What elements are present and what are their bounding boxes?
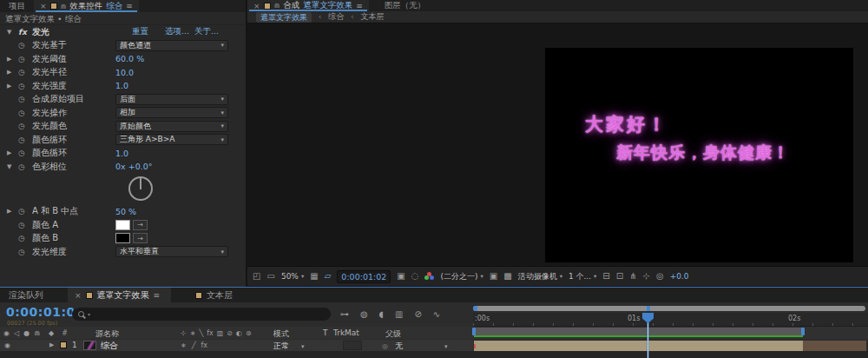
layer-label-chip[interactable] <box>60 341 67 348</box>
property-dropdown[interactable]: 后面▾ <box>115 94 228 105</box>
stopwatch-icon[interactable]: ◷ <box>18 41 32 50</box>
show-snapshot-icon[interactable]: ◌ <box>411 272 419 281</box>
tab-composition[interactable]: × ⋒ 合成 遮罩文字效果 ≡ <box>247 0 369 11</box>
monitor-icon[interactable]: ▭ <box>266 272 274 281</box>
magnification-select[interactable]: 50%▾ <box>281 272 304 281</box>
property-dropdown[interactable]: 相加▾ <box>115 107 228 118</box>
tab-active-comp[interactable]: × 遮罩文字效果 ≡ <box>68 288 171 302</box>
frame-blend-icon[interactable]: ▥ <box>395 309 403 319</box>
breadcrumb-leaf[interactable]: 文本层 <box>360 11 384 23</box>
eyedropper-icon[interactable]: → <box>133 233 148 243</box>
solo-icon[interactable]: ● <box>23 329 30 337</box>
property-value[interactable]: 1.0 <box>115 149 128 158</box>
shy-icon[interactable]: ◖ <box>379 309 384 319</box>
expander-icon[interactable]: ▶ <box>7 83 18 90</box>
preview-timecode[interactable]: 0:00:01:02 <box>337 270 391 283</box>
close-icon[interactable]: × <box>253 2 260 10</box>
camera-select[interactable]: 活动摄像机▾ <box>518 271 562 282</box>
stopwatch-icon[interactable]: ◷ <box>18 82 32 90</box>
stopwatch-icon[interactable]: ◷ <box>18 149 32 157</box>
mini-flowchart-icon[interactable]: ⊹ <box>643 272 650 281</box>
time-navigator-bar[interactable] <box>473 306 865 311</box>
snapshot-camera-icon[interactable]: ▣ <box>397 272 404 281</box>
layer-row[interactable]: ◉ ▶ 1 综合 ∗╱fx 正常 ▾ ◎ 无 ▾ <box>0 340 473 351</box>
stopwatch-icon[interactable]: ◷ <box>18 95 32 103</box>
stopwatch-icon[interactable]: ◷ <box>18 207 32 215</box>
column-trkmat[interactable]: TrkMat <box>333 328 359 337</box>
property-value[interactable]: 10.0 <box>115 68 134 77</box>
stopwatch-icon[interactable]: ◷ <box>18 162 32 171</box>
panel-menu-icon[interactable]: ≡ <box>356 2 363 10</box>
collapse-switch-icon[interactable]: ∗ <box>181 341 187 349</box>
tab-effect-controls[interactable]: × ⋒ 效果控件 综合 ≡ <box>34 0 139 12</box>
color-swatch[interactable] <box>115 220 130 230</box>
column-mode[interactable]: 模式 <box>273 328 289 340</box>
video-eye-icon[interactable]: ◉ <box>3 329 10 337</box>
effects-switch-icon[interactable]: fx <box>201 341 208 349</box>
resolution-select[interactable]: (二分之一)▾ <box>440 271 483 282</box>
preview-frame-icon[interactable]: ⊡ <box>616 272 623 281</box>
tab-render-queue[interactable]: 渲染队列 <box>0 289 56 302</box>
color-phase-dial[interactable] <box>128 176 153 201</box>
view-count-select[interactable]: 1 个...▾ <box>569 271 596 282</box>
column-t[interactable]: T <box>323 328 328 337</box>
grid-guides-icon[interactable]: ▦ <box>310 272 318 281</box>
expander-icon[interactable]: ▶ <box>7 69 18 76</box>
region-of-interest-icon[interactable]: ▣ <box>490 272 497 281</box>
about-link[interactable]: 关于... <box>194 26 219 37</box>
stopwatch-icon[interactable]: ◷ <box>18 122 32 130</box>
layer-expander-icon[interactable]: ▶ <box>49 341 54 348</box>
eyedropper-icon[interactable]: → <box>133 220 148 230</box>
stopwatch-icon[interactable]: ◷ <box>18 136 32 144</box>
property-value[interactable]: 1.0 <box>115 81 128 90</box>
property-dropdown[interactable]: 原始颜色▾ <box>115 121 228 132</box>
flowchart-icon[interactable]: ⋔ <box>629 272 636 281</box>
stopwatch-icon[interactable]: ◷ <box>18 221 32 229</box>
lock-icon[interactable]: ⋒ <box>34 329 40 337</box>
roi-icon[interactable]: ▱ <box>325 272 332 281</box>
work-area-start-handle[interactable] <box>472 328 476 335</box>
reset-link[interactable]: 重置 <box>132 26 148 37</box>
options-link[interactable]: 选项... <box>165 26 189 37</box>
property-dropdown[interactable]: 水平和垂直▾ <box>115 246 228 257</box>
expander-icon[interactable]: ▼ <box>7 29 18 36</box>
stopwatch-icon[interactable]: ◷ <box>18 55 32 63</box>
close-icon[interactable]: × <box>75 291 82 300</box>
expander-icon[interactable]: ▼ <box>7 163 18 170</box>
work-area-end-handle[interactable] <box>801 328 805 335</box>
quality-switch-icon[interactable]: ╱ <box>192 341 196 349</box>
breadcrumb-parent[interactable]: 综合 <box>328 11 344 23</box>
column-parent[interactable]: 父级 <box>385 328 401 340</box>
property-dropdown[interactable]: 颜色通道▾ <box>115 40 228 51</box>
layer-name[interactable]: 综合 <box>101 340 118 352</box>
expander-icon[interactable]: ▶ <box>7 56 18 63</box>
expander-icon[interactable]: ▶ <box>7 149 18 156</box>
color-swatch[interactable] <box>115 233 130 243</box>
layer-visibility-eye-icon[interactable]: ◉ <box>4 341 10 349</box>
time-ruler[interactable]: :00s 01s 02s <box>473 313 868 327</box>
draft-3d-icon[interactable]: ◍ <box>360 309 368 319</box>
work-area-bar[interactable] <box>474 328 803 335</box>
property-value[interactable]: 0x +0.0° <box>115 162 153 171</box>
navigator-start-handle[interactable] <box>473 306 477 311</box>
tab-layer-panel[interactable]: 图层（无） <box>385 0 426 11</box>
exposure-gear-icon[interactable]: ◎ <box>656 272 664 281</box>
snapshot-views-icon[interactable]: ◰ <box>253 272 260 281</box>
audio-icon[interactable]: ◁ <box>14 329 19 337</box>
property-dropdown[interactable]: 三角形 A>B>A▾ <box>115 134 228 145</box>
layer-duration-bar[interactable] <box>474 341 866 351</box>
stopwatch-icon[interactable]: ◷ <box>18 109 32 117</box>
tab-project[interactable]: 项目 <box>0 1 34 12</box>
property-value[interactable]: 60.0 % <box>115 54 144 63</box>
motion-blur-icon[interactable]: ⊘ <box>414 309 421 319</box>
trkmat-cell[interactable] <box>343 341 362 350</box>
comp-mini-flowchart-icon[interactable]: ⊶ <box>340 309 349 319</box>
stopwatch-icon[interactable]: ◷ <box>18 248 32 256</box>
close-icon[interactable]: × <box>40 2 47 10</box>
graph-editor-icon[interactable]: ∿ <box>433 309 440 319</box>
property-value[interactable]: 50 % <box>115 207 136 216</box>
viewer-canvas[interactable]: 大家好！ 新年快乐，身体健康！ <box>247 23 868 266</box>
glow-effect-header[interactable]: ▼ fx 发光 重置 选项... 关于... <box>0 25 246 39</box>
column-source-name[interactable]: 源名称 <box>95 328 119 340</box>
panel-menu-icon[interactable]: ≡ <box>154 291 161 300</box>
